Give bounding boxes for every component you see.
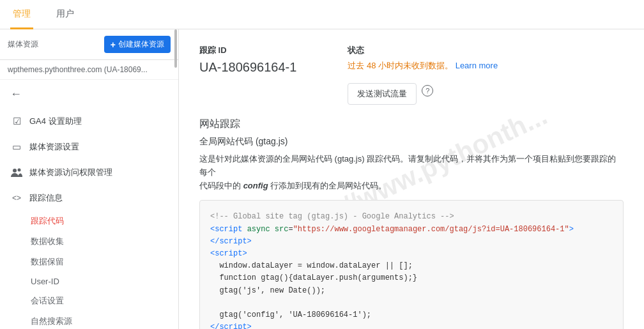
people-icon — [10, 166, 23, 179]
send-test-label: 发送测试流量 — [357, 88, 407, 100]
tracking-id-col: 跟踪 ID UA-180696164-1 — [199, 45, 296, 105]
code-line-6: gtag('js', new Date()); — [210, 285, 613, 297]
code-line-4: window.dataLayer = window.dataLayer || [… — [210, 260, 613, 272]
sidebar-tracking-label: 跟踪信息 — [29, 192, 63, 204]
description-part1: 这是针对此媒体资源的全局网站代码 (gtag.js) 跟踪代码。请复制此代码，并… — [199, 154, 616, 177]
code-line-1: <!-- Global site tag (gtag.js) - Google … — [210, 211, 613, 223]
send-test-button[interactable]: 发送测试流量 — [348, 83, 417, 105]
code-icon: <> — [10, 192, 23, 204]
property-name[interactable]: wpthemes.pythonthree.com (UA-18069... — [0, 60, 178, 80]
gtag-description: 这是针对此媒体资源的全局网站代码 (gtag.js) 跟踪代码。请复制此代码，并… — [199, 153, 624, 192]
description-part2: 代码段中的 — [199, 181, 241, 190]
status-col: 状态 过去 48 小时内未收到数据。 Learn more 发送测试流量 ? — [348, 45, 498, 105]
square-icon: ▭ — [10, 141, 23, 153]
nav-users[interactable]: 用户 — [54, 1, 77, 29]
code-block: <!-- Global site tag (gtag.js) - Google … — [199, 200, 624, 329]
back-arrow-icon[interactable]: ← — [8, 85, 24, 103]
sidebar-property-label: 媒体资源设置 — [29, 141, 79, 153]
code-line-2: <script async src="https://www.googletag… — [210, 224, 613, 248]
tracking-id-value: UA-180696164-1 — [199, 60, 296, 75]
learn-more-link[interactable]: Learn more — [456, 61, 498, 70]
code-line-7 — [210, 297, 613, 309]
gtag-subtitle: 全局网站代码 (gtag.js) — [199, 136, 624, 148]
sidebar-item-access-management[interactable]: 媒体资源访问权限管理 — [0, 160, 178, 185]
content-area: https://www.pythonth... 跟踪 ID UA-1806961… — [179, 29, 644, 329]
sidebar-tracking-code[interactable]: 跟踪代码 — [20, 211, 178, 231]
svg-point-1 — [18, 169, 21, 172]
plus-icon: + — [111, 40, 116, 50]
sidebar-data-retention[interactable]: 数据保留 — [20, 252, 178, 272]
code-line-3: <script> — [210, 248, 613, 260]
sidebar-data-collection[interactable]: 数据收集 — [20, 231, 178, 252]
sidebar-session-settings[interactable]: 会话设置 — [20, 291, 178, 311]
tracking-id-label: 跟踪 ID — [199, 45, 296, 56]
create-resource-label: 创建媒体资源 — [118, 39, 164, 50]
tracking-header: 跟踪 ID UA-180696164-1 状态 过去 48 小时内未收到数据。 … — [199, 45, 624, 105]
sidebar: 媒体资源 + 创建媒体资源 wpthemes.pythonthree.com (… — [0, 29, 179, 329]
sidebar-user-id[interactable]: User-ID — [20, 272, 178, 291]
sidebar-sub-items: 跟踪代码 数据收集 数据保留 User-ID 会话设置 自然搜索源 引荐排除列表 — [0, 211, 178, 329]
content-inner: 跟踪 ID UA-180696164-1 状态 过去 48 小时内未收到数据。 … — [199, 45, 624, 329]
sidebar-resource-label: 媒体资源 — [8, 39, 38, 50]
status-label: 状态 — [348, 45, 498, 56]
sidebar-natural-search[interactable]: 自然搜索源 — [20, 311, 178, 329]
sidebar-ga4-label: GA4 设置助理 — [29, 116, 82, 127]
sidebar-item-ga4-setup[interactable]: ☑ GA4 设置助理 — [0, 109, 178, 134]
nav-manage[interactable]: 管理 — [10, 1, 33, 29]
code-line-9: </script> — [210, 321, 613, 329]
code-line-8: gtag('config', 'UA-180696164-1'); — [210, 309, 613, 321]
help-icon[interactable]: ? — [422, 85, 433, 96]
status-warning-text: 过去 48 小时内未收到数据。 — [348, 61, 453, 70]
main-layout: 媒体资源 + 创建媒体资源 wpthemes.pythonthree.com (… — [0, 29, 644, 329]
sidebar-item-property-settings[interactable]: ▭ 媒体资源设置 — [0, 134, 178, 160]
website-tracking-title: 网站跟踪 — [199, 118, 624, 131]
back-arrow-container: ← — [0, 80, 178, 109]
code-line-5: function gtag(){dataLayer.push(arguments… — [210, 272, 613, 284]
svg-point-0 — [13, 169, 17, 172]
top-nav: 管理 用户 — [0, 0, 644, 29]
sidebar-access-label: 媒体资源访问权限管理 — [29, 167, 112, 178]
create-resource-button[interactable]: + 创建媒体资源 — [104, 36, 171, 53]
scroll-indicator — [174, 29, 177, 68]
sidebar-header: 媒体资源 + 创建媒体资源 — [0, 29, 178, 60]
status-warning: 过去 48 小时内未收到数据。 Learn more — [348, 60, 498, 72]
sidebar-tracking-section[interactable]: <> 跟踪信息 — [0, 185, 178, 211]
description-part3: 行添加到现有的全局网站代码。 — [270, 181, 387, 190]
checkbox-icon: ☑ — [10, 115, 23, 128]
config-word: config — [243, 181, 268, 190]
